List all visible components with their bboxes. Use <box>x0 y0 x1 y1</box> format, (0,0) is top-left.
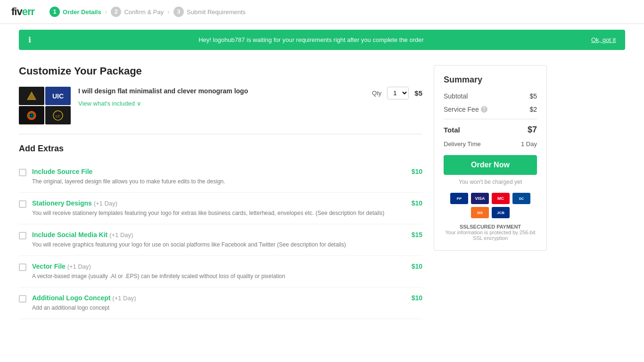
main-content: Customize Your Package UIC <box>0 56 566 329</box>
total-row: Total $7 <box>444 125 537 135</box>
extras-list: Include Source File The original, layere… <box>19 161 422 319</box>
service-fee-info-icon[interactable]: ? <box>481 106 487 113</box>
header: fiverr 1 Order Details › 2 Confirm & Pay… <box>0 0 644 24</box>
right-panel: Summary Subtotal $5 Service Fee ? $2 Tot… <box>434 65 547 319</box>
package-price: $5 <box>414 89 422 97</box>
package-item: UIC LC I will design flat minimali <box>19 87 422 134</box>
extra-details-2: Include Social Media Kit (+1 Day) You wi… <box>32 231 406 249</box>
svg-text:LC: LC <box>56 114 60 118</box>
package-img-1 <box>19 87 44 105</box>
page-title: Customize Your Package <box>19 65 422 77</box>
service-fee-label: Service Fee ? <box>444 106 487 113</box>
extra-checkbox-1[interactable] <box>19 200 26 208</box>
step-3-num: 3 <box>173 7 184 17</box>
visa-icon: VISA <box>471 193 489 204</box>
extra-item: Stationery Designs (+1 Day) You will rec… <box>19 193 422 224</box>
step-1: 1 Order Details <box>50 7 101 17</box>
package-img-3 <box>19 106 44 124</box>
extra-day-1: (+1 Day) <box>94 200 117 207</box>
svg-point-4 <box>31 115 33 116</box>
extra-desc-0: The original, layered design file allows… <box>32 177 406 186</box>
service-fee-row: Service Fee ? $2 <box>444 106 537 113</box>
subtotal-row: Subtotal $5 <box>444 92 537 100</box>
summary-box: Summary Subtotal $5 Service Fee ? $2 Tot… <box>434 65 547 251</box>
extra-desc-4: Add an additional logo concept <box>32 304 406 312</box>
extra-name-4: Additional Logo Concept (+1 Day) <box>32 294 406 302</box>
total-value: $7 <box>528 125 537 135</box>
extra-item: Include Social Media Kit (+1 Day) You wi… <box>19 224 422 256</box>
step-1-num: 1 <box>50 7 60 17</box>
extra-name-3: Vector File (+1 Day) <box>32 263 406 270</box>
banner-dismiss-link[interactable]: Ok, got it <box>591 36 616 43</box>
total-label: Total <box>444 126 460 134</box>
extra-day-2: (+1 Day) <box>109 231 133 239</box>
extra-details-4: Additional Logo Concept (+1 Day) Add an … <box>32 294 406 312</box>
diners-icon: DC <box>512 193 530 204</box>
step-2: 2 Confirm & Pay <box>111 7 164 17</box>
view-included-link[interactable]: View what's included ∨ <box>78 100 364 107</box>
service-fee-value: $2 <box>529 106 537 113</box>
banner-text: Hey! logohub787 is waiting for your requ… <box>37 36 586 43</box>
extra-day-3: (+1 Day) <box>67 263 91 270</box>
paypal-icon: PP <box>450 193 468 204</box>
ssl-secure-label: SSLSECURED PAYMENT <box>444 224 537 230</box>
order-now-button[interactable]: Order Now <box>444 155 537 175</box>
extra-details-0: Include Source File The original, layere… <box>32 168 406 186</box>
extra-price-2: $15 <box>412 231 422 239</box>
left-panel: Customize Your Package UIC <box>19 65 422 319</box>
mastercard-icon: MC <box>492 193 510 204</box>
step-2-label: Confirm & Pay <box>124 8 164 16</box>
package-images: UIC LC <box>19 87 71 124</box>
extra-name-1: Stationery Designs (+1 Day) <box>32 199 406 207</box>
subtotal-label: Subtotal <box>444 92 468 100</box>
extra-name-0: Include Source File <box>32 168 406 175</box>
package-info: I will design flat minimalist and clever… <box>78 87 364 107</box>
subtotal-value: $5 <box>529 92 537 100</box>
jcb-icon: JCB <box>492 207 510 218</box>
fiverr-logo: fiverr <box>11 6 34 18</box>
delivery-row: Delivery Time 1 Day <box>444 140 537 148</box>
extra-checkbox-0[interactable] <box>19 169 26 176</box>
extra-name-2: Include Social Media Kit (+1 Day) <box>32 231 406 239</box>
qty-label: Qty <box>372 90 381 97</box>
extras-section-title: Add Extras <box>19 144 422 154</box>
extra-desc-2: You will receive graphics featuring your… <box>32 240 406 249</box>
qty-select[interactable]: 1 2 3 <box>387 87 409 99</box>
ssl-desc: Your information is protected by 256-bit… <box>444 230 537 241</box>
no-charge-text: You won't be charged yet <box>444 179 537 185</box>
extra-item: Include Source File The original, layere… <box>19 161 422 193</box>
extra-desc-3: A vector-based image (usually .AI or .EP… <box>32 272 406 280</box>
step-2-num: 2 <box>111 7 121 17</box>
delivery-label: Delivery Time <box>444 140 481 148</box>
summary-divider <box>444 119 537 119</box>
extra-desc-1: You will receive stationery templates fe… <box>32 209 406 217</box>
extra-checkbox-3[interactable] <box>19 263 26 271</box>
breadcrumb: 1 Order Details › 2 Confirm & Pay › 3 Su… <box>50 7 246 17</box>
package-img-4: LC <box>45 106 71 124</box>
discover-icon: DIS <box>471 207 489 218</box>
circular-logo-icon: LC <box>51 109 65 122</box>
rainbow-icon <box>25 109 38 122</box>
extra-item: Additional Logo Concept (+1 Day) Add an … <box>19 288 422 319</box>
extra-checkbox-4[interactable] <box>19 295 26 303</box>
step-1-label: Order Details <box>63 8 101 16</box>
notification-banner: ℹ Hey! logohub787 is waiting for your re… <box>19 30 625 50</box>
arrow-2: › <box>167 8 170 16</box>
extra-price-0: $10 <box>412 168 422 175</box>
extra-price-1: $10 <box>412 199 422 207</box>
extra-item: Vector File (+1 Day) A vector-based imag… <box>19 256 422 288</box>
ssl-text: SSLSECURED PAYMENT Your information is p… <box>444 224 537 241</box>
payment-icons: PP VISA MC DC DIS JCB <box>444 193 537 218</box>
info-icon: ℹ <box>28 35 31 44</box>
package-img-2: UIC <box>45 87 71 105</box>
package-qty-price: Qty 1 2 3 $5 <box>372 87 422 99</box>
step-3-label: Submit Requirements <box>187 8 246 16</box>
eagle-logo-icon <box>25 90 38 103</box>
package-title: I will design flat minimalist and clever… <box>78 87 364 96</box>
extra-details-1: Stationery Designs (+1 Day) You will rec… <box>32 199 406 217</box>
summary-title: Summary <box>444 75 537 85</box>
extra-details-3: Vector File (+1 Day) A vector-based imag… <box>32 263 406 280</box>
extra-checkbox-2[interactable] <box>19 232 26 239</box>
extra-day-4: (+1 Day) <box>112 295 136 302</box>
step-3: 3 Submit Requirements <box>173 7 246 17</box>
